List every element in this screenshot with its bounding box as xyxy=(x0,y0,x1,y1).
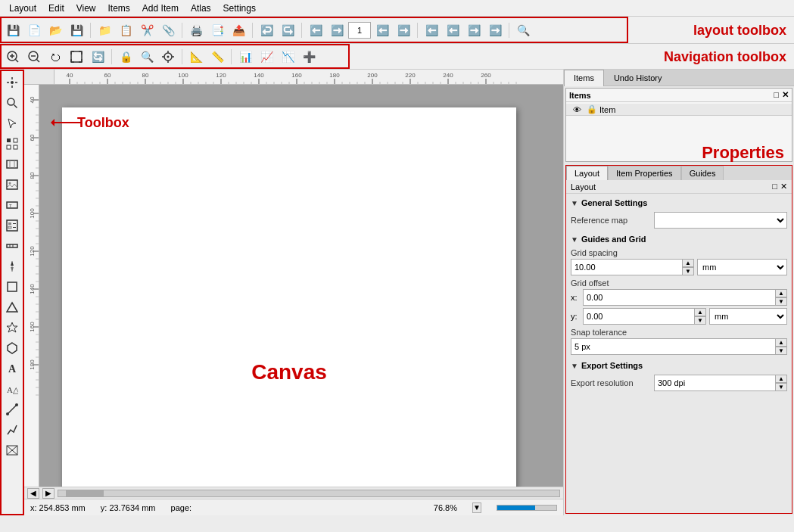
white-canvas[interactable]: Canvas xyxy=(62,107,516,487)
nav-raise[interactable]: 📈 xyxy=(257,47,276,67)
reference-map-select[interactable] xyxy=(654,212,787,229)
toolbar-cut[interactable]: ✂️ xyxy=(137,20,157,40)
grid-offset-x-up[interactable]: ▲ xyxy=(775,289,787,297)
menu-settings[interactable]: Settings xyxy=(217,2,262,15)
toolbar-open[interactable]: 📄 xyxy=(24,20,44,40)
tool-add-polyline[interactable] xyxy=(2,420,22,440)
toolbar-export[interactable]: 📤 xyxy=(229,20,248,40)
tab-undo-history[interactable]: Undo History xyxy=(604,70,672,86)
toolbar-atlas1[interactable]: ⬅️ xyxy=(422,20,441,40)
scroll-left[interactable]: ◀ xyxy=(27,488,39,499)
toolbar-copy[interactable]: 📎 xyxy=(158,20,178,40)
grid-offset-y-down[interactable]: ▼ xyxy=(694,316,706,325)
toolbar-atlas3[interactable]: ➡️ xyxy=(464,20,484,40)
menu-layout[interactable]: Layout xyxy=(3,2,42,15)
nav-snap-grid[interactable]: 📐 xyxy=(186,47,206,67)
tool-add-image[interactable] xyxy=(2,175,22,194)
tool-add-legend[interactable] xyxy=(2,216,22,235)
toolbar-zoom[interactable]: 🔍 xyxy=(513,20,533,40)
grid-spacing-down[interactable]: ▼ xyxy=(682,267,694,275)
tool-node-edit[interactable] xyxy=(2,134,22,154)
export-res-down[interactable]: ▼ xyxy=(775,383,787,391)
items-panel-float[interactable]: □ xyxy=(774,90,779,100)
toolbar-atlas2[interactable]: ⬅️ xyxy=(443,20,462,40)
prop-close-icon[interactable]: ✕ xyxy=(780,182,787,191)
scroll-right[interactable]: ▶ xyxy=(42,488,54,499)
tool-add-triangle[interactable] xyxy=(2,297,22,317)
toolbar-next-page[interactable]: ➡️ xyxy=(394,20,413,40)
prop-float-icon[interactable]: □ xyxy=(772,182,777,191)
tool-pan[interactable] xyxy=(2,73,22,92)
grid-spacing-up[interactable]: ▲ xyxy=(682,259,694,267)
tool-add-line[interactable] xyxy=(2,400,22,419)
nav-lower[interactable]: 📉 xyxy=(278,47,297,67)
section-general-header[interactable]: ▼ General Settings xyxy=(571,198,787,207)
nav-pan[interactable] xyxy=(158,47,178,67)
toolbar-redo[interactable]: ↪️ xyxy=(278,20,297,40)
tool-add-star[interactable] xyxy=(2,318,22,338)
tool-select[interactable] xyxy=(2,114,22,133)
prop-tab-item-props[interactable]: Item Properties xyxy=(608,166,681,180)
nav-refresh[interactable]: 🔄 xyxy=(88,47,107,67)
menu-view[interactable]: View xyxy=(70,2,102,15)
grid-offset-unit[interactable]: mm xyxy=(709,308,787,325)
toolbar-fwd[interactable]: ➡️ xyxy=(327,20,347,40)
grid-offset-y-input[interactable] xyxy=(583,308,694,325)
scrollbar-track[interactable] xyxy=(58,490,560,497)
export-res-up[interactable]: ▲ xyxy=(775,375,787,383)
snap-tolerance-input[interactable] xyxy=(571,338,775,355)
tool-add-text2[interactable]: A△ xyxy=(2,379,22,399)
tool-add-north-arrow[interactable] xyxy=(2,257,22,276)
zoom-slider[interactable] xyxy=(497,505,557,511)
nav-snap-guide[interactable]: 📏 xyxy=(207,47,227,67)
nav-zoom-actual[interactable]: ⭮ xyxy=(45,47,65,67)
toolbar-layout[interactable]: 📋 xyxy=(116,20,135,40)
scrollbar-thumb[interactable] xyxy=(66,490,104,496)
zoom-down[interactable]: ▼ xyxy=(472,502,481,513)
menu-edit[interactable]: Edit xyxy=(42,2,70,15)
nav-zoom-out[interactable] xyxy=(24,47,44,67)
prop-tab-guides[interactable]: Guides xyxy=(681,166,724,180)
tool-add-shape[interactable] xyxy=(2,277,22,297)
page-number-input[interactable] xyxy=(348,22,371,39)
toolbar-print[interactable]: 🖨️ xyxy=(186,20,206,40)
grid-spacing-unit[interactable]: mm cm px xyxy=(697,259,787,275)
tool-add-label[interactable]: T xyxy=(2,195,22,215)
grid-offset-y-up[interactable]: ▲ xyxy=(694,308,706,316)
toolbar-print2[interactable]: 📑 xyxy=(207,20,227,40)
nav-zoom-extent[interactable] xyxy=(67,47,86,67)
toolbar-open2[interactable]: 📁 xyxy=(95,20,114,40)
prop-tab-layout[interactable]: Layout xyxy=(566,166,608,180)
nav-align[interactable]: ➕ xyxy=(299,47,319,67)
section-export-header[interactable]: ▼ Export Settings xyxy=(571,361,787,370)
nav-zoom-in[interactable] xyxy=(3,47,23,67)
tool-add-map[interactable] xyxy=(2,154,22,174)
toolbar-prev-page[interactable]: ⬅️ xyxy=(372,20,392,40)
snap-tolerance-up[interactable]: ▲ xyxy=(775,338,787,347)
tool-add-scalebar[interactable] xyxy=(2,236,22,256)
grid-spacing-input[interactable] xyxy=(571,259,682,275)
snap-tolerance-down[interactable]: ▼ xyxy=(775,347,787,355)
menu-add-item[interactable]: Add Item xyxy=(136,2,185,15)
tab-items[interactable]: Items xyxy=(564,70,604,86)
section-guides-header[interactable]: ▼ Guides and Grid xyxy=(571,235,787,244)
tool-zoom[interactable] xyxy=(2,93,22,113)
toolbar-back[interactable]: ⬅️ xyxy=(306,20,325,40)
grid-offset-x-input[interactable] xyxy=(583,289,775,306)
toolbar-undo[interactable]: ↩️ xyxy=(257,20,276,40)
tool-add-polygon[interactable] xyxy=(2,338,22,358)
nav-select[interactable]: 🔍 xyxy=(137,47,157,67)
canvas-scroll[interactable]: Toolbox Canvas xyxy=(39,85,563,487)
menu-atlas[interactable]: Atlas xyxy=(185,2,217,15)
toolbar-atlas4[interactable]: ➡️ xyxy=(485,20,505,40)
nav-lock[interactable]: 🔒 xyxy=(116,47,135,67)
toolbar-new[interactable]: 💾 xyxy=(3,20,23,40)
toolbar-save[interactable]: 📂 xyxy=(45,20,65,40)
export-resolution-input[interactable] xyxy=(654,375,775,391)
toolbar-save-as[interactable]: 💾 xyxy=(67,20,86,40)
tool-add-marker[interactable] xyxy=(2,440,22,460)
nav-group[interactable]: 📊 xyxy=(235,47,255,67)
items-panel-close[interactable]: ✕ xyxy=(782,90,789,100)
grid-offset-x-down[interactable]: ▼ xyxy=(775,297,787,306)
menu-items[interactable]: Items xyxy=(102,2,136,15)
